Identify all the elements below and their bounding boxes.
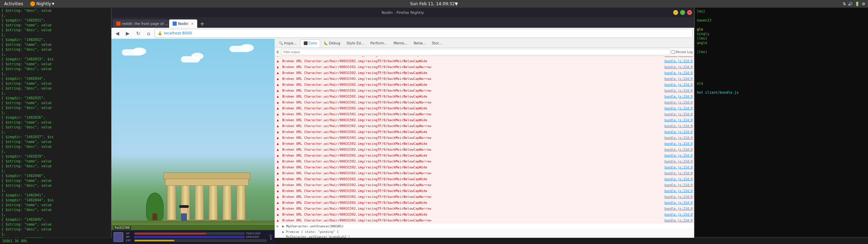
console-row[interactable]: ▲Broken URL Character.wz/Hair/00031592.i…: [275, 117, 694, 123]
console-source-link[interactable]: bundle.js:214:9: [663, 176, 694, 182]
dt-tab-console[interactable]: ⬛ Cons: [300, 40, 320, 47]
console-message-text: Broken URL Character.wz/Hair/00031592.im…: [281, 64, 663, 70]
app-dropdown-arrow[interactable]: ▼: [52, 2, 54, 6]
console-source-link[interactable]: bundle.js:214:9: [663, 165, 694, 170]
console-source-link[interactable]: bundle.js:214:9: [663, 82, 694, 87]
console-source-link[interactable]: bundle.js:214:9: [663, 206, 694, 211]
console-row[interactable]: ▲Broken URL Character.wz/Hair/00031592.i…: [275, 153, 694, 159]
console-source-link[interactable]: bundle.js:214:9: [663, 117, 694, 123]
url-bar[interactable]: 🔒 localhost:8000: [155, 29, 693, 38]
console-row[interactable]: ▲Broken URL Character.wz/Hair/00031592.i…: [275, 88, 694, 94]
console-source-link[interactable]: bundle.js:214:9: [663, 76, 694, 82]
console-row[interactable]: ▲Broken URL Character.wz/Hair/00031592.i…: [275, 159, 694, 165]
dt-tab-debugger[interactable]: 🐛 Debug: [321, 40, 343, 47]
console-row[interactable]: ▲Broken URL Character.wz/Hair/00031592.i…: [275, 76, 694, 82]
console-row[interactable]: ▲Broken URL Character.wz/Hair/00031592.i…: [275, 206, 694, 212]
console-row[interactable]: ▲Broken URL Character.wz/Hair/00031592.i…: [275, 200, 694, 206]
terminal-line: [697, 95, 866, 99]
console-source-link[interactable]: bundle.js:214:9: [663, 194, 694, 200]
reload-button[interactable]: ↻: [134, 29, 143, 38]
tab-close-nodin[interactable]: ✕: [191, 22, 194, 26]
forward-button[interactable]: ▶: [123, 29, 132, 38]
console-row[interactable]: ▲Broken URL Character.wz/Hair/00031592.i…: [275, 111, 694, 117]
console-source-link[interactable]: bundle.js:214:9: [663, 159, 694, 164]
persist-log-checkbox[interactable]: [671, 50, 675, 54]
console-message-text: Broken URL Character.wz/Hair/00031592.im…: [281, 170, 663, 176]
console-row[interactable]: ▲Broken URL Character.wz/Hair/00031592.i…: [275, 58, 694, 64]
console-source-link[interactable]: bundle.js:214:9: [663, 111, 694, 117]
dt-tab-style-editor[interactable]: Style Ed...: [344, 40, 367, 47]
dt-trash-icon[interactable]: 🗑: [276, 50, 279, 54]
console-source-link[interactable]: bundle.js:214:9: [663, 100, 694, 105]
console-source-link[interactable]: bundle.js:214:9: [663, 88, 694, 93]
console-source-link[interactable]: bundle.js:214:9: [663, 188, 694, 194]
xp-bar-outer: [134, 239, 267, 242]
hud-bars: HP 7500/11500 MP 1000/1000: [126, 232, 267, 242]
tab-reddit[interactable]: reddit: the front page of ... ✕: [113, 19, 168, 28]
terminal-line: [697, 68, 866, 72]
console-row[interactable]: ▶▶ MyCharacter.setStance(300381): [275, 224, 694, 229]
console-row[interactable]: ▲Broken URL Character.wz/Hair/00031592.i…: [275, 182, 694, 188]
console-source-link[interactable]: bundle.js:214:9: [663, 129, 694, 135]
console-source-link[interactable]: bundle.js:214:9: [663, 135, 694, 141]
console-row[interactable]: ▲Broken URL Character.wz/Hair/00031592.i…: [275, 129, 694, 135]
error-icon: ▲: [275, 200, 281, 205]
xp-bar-row: EXP: [126, 239, 267, 242]
console-source-link[interactable]: bundle.js:214:9: [663, 212, 694, 217]
dt-tab-network[interactable]: Netw...: [411, 40, 428, 47]
console-row[interactable]: ▲Broken URL Character.wz/Hair/00031592.i…: [275, 123, 694, 129]
console-source-link[interactable]: bundle.js:214:9: [663, 94, 694, 99]
console-source-link[interactable]: bundle.js:214:9: [663, 58, 694, 64]
console-row[interactable]: ▲Broken URL Character.wz/Hair/00031592.i…: [275, 106, 694, 111]
console-row[interactable]: ▲Broken URL Character.wz/Hair/00031592.i…: [275, 100, 694, 106]
console-filter-input[interactable]: [281, 49, 670, 55]
console-row[interactable]: ▲Broken URL Character.wz/Hair/00031592.i…: [275, 218, 694, 224]
console-message-text: ▶ MyCharacter.setStance(300381): [281, 224, 694, 229]
activities-button[interactable]: Activities: [0, 1, 27, 6]
console-source-link[interactable]: bundle.js:214:9: [663, 141, 694, 146]
dt-tab-inspector[interactable]: 🔍 Inspe...: [276, 40, 300, 47]
hp-bar-row: HP 7500/11500: [126, 232, 267, 235]
error-triangle-icon: ▲: [277, 218, 279, 223]
console-row[interactable]: ▲Broken URL Character.wz/Hair/00031592.i…: [275, 147, 694, 153]
console-row[interactable]: ▲Broken URL Character.wz/Hair/00031592.i…: [275, 70, 694, 76]
console-source-link[interactable]: bundle.js:214:9: [663, 170, 694, 176]
window-minimize-button[interactable]: −: [673, 10, 678, 15]
dt-tab-storage[interactable]: Stor...: [429, 40, 445, 47]
console-row[interactable]: ▲Broken URL Character.wz/Hair/00031592.i…: [275, 135, 694, 141]
console-source-link[interactable]: bundle.js:214:9: [663, 182, 694, 188]
dt-tab-performance[interactable]: Perform...: [368, 40, 390, 47]
console-row[interactable]: ▲Broken URL Character.wz/Hair/00031592.i…: [275, 170, 694, 176]
dt-tab-memory[interactable]: Memo...: [391, 40, 410, 47]
main-area: { $string: "desc", value }, { $imgdir: "…: [0, 8, 868, 244]
console-row[interactable]: ▲Broken URL Character.wz/Hair/00031592.i…: [275, 165, 694, 170]
new-tab-button[interactable]: +: [198, 19, 206, 28]
firefox-content: RaGEZONE HP 7500/11500 MP: [111, 39, 694, 244]
console-source-link[interactable]: bundle.js:214:9: [663, 200, 694, 205]
console-source-link[interactable]: bundle.js:214:9: [663, 70, 694, 76]
window-close-button[interactable]: ✕: [687, 10, 692, 15]
console-row[interactable]: ▲Broken URL Character.wz/Hair/00031592.i…: [275, 94, 694, 100]
console-row[interactable]: ▲Broken URL Character.wz/Hair/00031592.i…: [275, 212, 694, 218]
console-row[interactable]: ▲Broken URL Character.wz/Hair/00031592.i…: [275, 188, 694, 194]
home-button[interactable]: ⌂: [144, 29, 153, 38]
console-source-link[interactable]: bundle.js:214:9: [663, 123, 694, 129]
window-maximize-button[interactable]: □: [680, 10, 685, 15]
console-source-link[interactable]: bundle.js:214:9: [663, 153, 694, 158]
console-message-text: Broken URL Character.wz/Hair/00031592.im…: [281, 123, 663, 129]
console-source-link[interactable]: bundle.js:214:9: [663, 56, 694, 58]
console-row[interactable]: ▲Broken URL Character.wz/Hair/00031592.i…: [275, 64, 694, 70]
console-source-link[interactable]: bundle.js:214:9: [663, 106, 694, 111]
console-row[interactable]: ▲Broken URL Character.wz/Hair/00031592.i…: [275, 82, 694, 88]
error-triangle-icon: ▲: [277, 117, 279, 123]
error-icon: ▲: [275, 76, 281, 82]
back-button[interactable]: ◀: [113, 29, 122, 38]
console-row[interactable]: ▲Broken URL Character.wz/Hair/00031592.i…: [275, 194, 694, 200]
console-source-link[interactable]: bundle.js:214:9: [663, 147, 694, 152]
console-row[interactable]: ▲Broken URL Character.wz/Hair/00031592.i…: [275, 176, 694, 182]
tab-nodin[interactable]: Nodin ✕: [169, 19, 197, 28]
console-row[interactable]: ▲Broken URL Character.wz/Hair/00031592.i…: [275, 141, 694, 147]
console-messages[interactable]: ▲Broken URL Character.wz/Hair/00031592.i…: [275, 56, 694, 244]
console-source-link[interactable]: bundle.js:214:9: [663, 64, 694, 70]
console-source-link[interactable]: bundle.js:214:9: [663, 218, 694, 223]
